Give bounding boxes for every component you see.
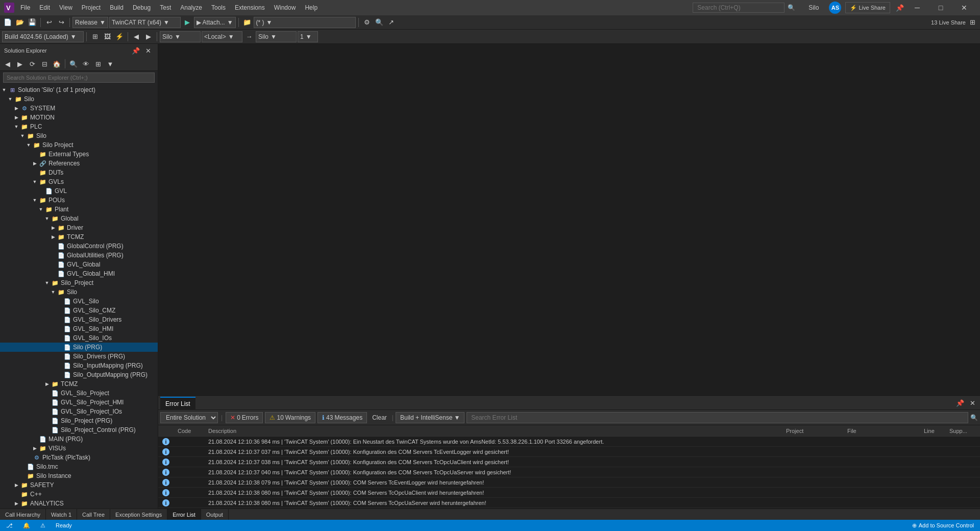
forward-btn[interactable]: ▶ xyxy=(14,58,26,69)
tree-item-siloProject[interactable]: ▼📁Silo Project xyxy=(0,140,158,150)
expand-motion[interactable]: ▶ xyxy=(12,113,20,122)
tree-item-global[interactable]: ▼📁Global xyxy=(0,214,158,223)
panel-close-btn[interactable]: ✕ xyxy=(967,398,978,409)
tree-item-tcmz2[interactable]: ▶📁TCMZ xyxy=(0,379,158,389)
folder-btn[interactable]: 📁 xyxy=(241,17,253,28)
tree-item-tcmz[interactable]: ▶📁TCMZ xyxy=(0,232,158,242)
tree-item-globalUtilities[interactable]: 📄GlobalUtilities (PRG) xyxy=(0,251,158,260)
menu-debug[interactable]: Debug xyxy=(129,3,155,12)
live-share-toolbar[interactable]: 13 Live Share xyxy=(931,19,966,26)
tree-item-siloPlc[interactable]: ▼📁Silo xyxy=(0,131,158,140)
tb2-btn4[interactable]: ◀ xyxy=(131,31,142,42)
tb2-btn2[interactable]: 🖼 xyxy=(102,31,113,42)
tree-item-references[interactable]: ▶🔗References xyxy=(0,159,158,168)
tree-item-siloInstance[interactable]: 📁Silo Instance xyxy=(0,471,158,480)
tree-item-plcTask[interactable]: ⚙PlcTask (PlcTask) xyxy=(0,453,158,462)
tree-item-cpp[interactable]: 📁C++ xyxy=(0,490,158,499)
table-row[interactable]: i21.08.2024 12:10:38 080 ms | 'TwinCAT S… xyxy=(158,488,980,498)
errors-button[interactable]: ✕ 0 Errors xyxy=(226,412,263,423)
menu-edit[interactable]: Edit xyxy=(35,3,54,12)
tree-item-gvlSiloDrivers[interactable]: 📄GVL_Silo_Drivers xyxy=(0,315,158,324)
tree-item-gvlSiloProject[interactable]: 📄GVL_Silo_Project xyxy=(0,389,158,398)
panel-pin-btn[interactable]: 📌 xyxy=(954,398,966,409)
expand-siloProjectPou[interactable]: ▼ xyxy=(43,279,51,287)
tree-item-gvlSiloIos[interactable]: 📄GVL_Silo_IOs xyxy=(0,333,158,343)
tree-item-siloProjectPou[interactable]: ▼📁Silo_Project xyxy=(0,278,158,287)
expand-visus[interactable]: ▶ xyxy=(31,444,39,452)
sidebar-pin-btn[interactable]: 📌 xyxy=(130,45,141,56)
menu-tools[interactable]: Tools xyxy=(207,3,230,12)
layout-btn[interactable]: ⊞ xyxy=(967,17,978,28)
expand-system[interactable]: ▶ xyxy=(12,104,20,112)
expand-global[interactable]: ▼ xyxy=(43,214,51,223)
build-dropdown[interactable]: Build 4024.56 (Loaded) ▼ xyxy=(2,31,84,42)
bell-icon-status[interactable]: 🔔 xyxy=(21,522,32,529)
tb2-btn3[interactable]: ⚡ xyxy=(114,31,125,42)
tree-item-mainPrg[interactable]: 📄MAIN (PRG) xyxy=(0,435,158,444)
expand-tcmz[interactable]: ▶ xyxy=(49,233,57,241)
nav-error-list[interactable]: Error List xyxy=(167,509,201,520)
tree-item-system[interactable]: ▶⚙SYSTEM xyxy=(0,104,158,113)
source-control-btn[interactable]: ⊕ Add to Source Control xyxy=(910,522,976,529)
tree-item-gvlSiloCmz[interactable]: 📄GVL_Silo_CMZ xyxy=(0,306,158,315)
menu-project[interactable]: Project xyxy=(78,3,105,12)
expand-safety[interactable]: ▶ xyxy=(12,481,20,489)
open-btn[interactable]: 📂 xyxy=(14,17,26,28)
tree-item-gvlSiloHmi[interactable]: 📄GVL_Silo_HMI xyxy=(0,324,158,333)
tree-item-duts[interactable]: 📁DUTs xyxy=(0,168,158,177)
live-share-button[interactable]: ⚡ Live Share xyxy=(845,2,890,13)
tree-item-gvlGlobalHmi[interactable]: 📄GVL_Global_HMI xyxy=(0,269,158,278)
tree-item-siloDrivers[interactable]: 📄Silo_Drivers (PRG) xyxy=(0,352,158,361)
menu-window[interactable]: Window xyxy=(270,3,300,12)
expand-tcmz2[interactable]: ▶ xyxy=(43,380,51,388)
dock-btn[interactable]: ⊞ xyxy=(92,58,104,69)
table-row[interactable]: i21.08.2024 12:10:38 080 ms | 'TwinCAT S… xyxy=(158,498,980,508)
tree-item-solution[interactable]: ▼⊞Solution 'Silo' (1 of 1 project) xyxy=(0,85,158,94)
error-search-input[interactable] xyxy=(467,412,968,423)
tree-item-analytics[interactable]: ▶📁ANALYTICS xyxy=(0,499,158,508)
tree-item-siloTmc[interactable]: 📄Silo.tmc xyxy=(0,462,158,471)
tree-item-globalControl[interactable]: 📄GlobalControl (PRG) xyxy=(0,242,158,251)
num-dropdown[interactable]: 1 ▼ xyxy=(298,31,318,42)
tree-item-gvlSilo[interactable]: 📄GVL_Silo xyxy=(0,297,158,306)
tb2-arrow-btn[interactable]: → xyxy=(243,31,255,42)
tree-item-siloProjectPrg[interactable]: 📄Silo_Project (PRG) xyxy=(0,416,158,425)
tree-item-pous[interactable]: ▼📁POUs xyxy=(0,196,158,205)
tree-item-gvlGlobal[interactable]: 📄GVL_Global xyxy=(0,260,158,269)
clear-button[interactable]: Clear xyxy=(369,412,390,423)
solution-search-input[interactable] xyxy=(3,73,155,83)
tree-item-plc[interactable]: ▼📁PLC xyxy=(0,122,158,131)
tree-item-siloPou[interactable]: ▼📁Silo xyxy=(0,287,158,297)
expand-plant[interactable]: ▼ xyxy=(37,205,45,213)
scope-select[interactable]: Entire Solution xyxy=(160,412,218,423)
settings-btn[interactable]: ⚙ xyxy=(361,17,373,28)
expand-solution[interactable]: ▼ xyxy=(0,86,8,94)
release-dropdown[interactable]: Release ▼ xyxy=(72,17,108,28)
tree-item-silo[interactable]: ▼📁Silo xyxy=(0,94,158,104)
tree-item-siloOutputMapping[interactable]: 📄Silo_OutputMapping (PRG) xyxy=(0,370,158,379)
expand-siloPlc[interactable]: ▼ xyxy=(18,132,27,140)
expand-analytics[interactable]: ▶ xyxy=(12,499,20,508)
nav-call-tree[interactable]: Call Tree xyxy=(77,509,110,520)
save-btn[interactable]: 💾 xyxy=(27,17,38,28)
table-row[interactable]: i21.08.2024 12:10:37 038 ms | 'TwinCAT S… xyxy=(158,457,980,467)
table-row[interactable]: i21.08.2024 12:10:38 079 ms | 'TwinCAT S… xyxy=(158,477,980,488)
search-btn[interactable]: 🔍 xyxy=(374,17,385,28)
play-btn[interactable]: ▶ xyxy=(182,17,193,28)
tb2-btn1[interactable]: ⊞ xyxy=(89,31,101,42)
new-btn[interactable]: 📄 xyxy=(2,17,13,28)
expand-siloPou[interactable]: ▼ xyxy=(49,288,57,296)
tb2-btn5[interactable]: ▶ xyxy=(143,31,154,42)
minimize-button[interactable]: ─ xyxy=(905,0,929,15)
attach-dropdown[interactable]: ▶ Attach... ▼ xyxy=(194,17,236,28)
filter-btn[interactable]: 🔍 xyxy=(68,58,79,69)
silo-dropdown[interactable]: Silo ▼ xyxy=(160,31,201,42)
expand-plc[interactable]: ▼ xyxy=(12,123,20,131)
expand-pous[interactable]: ▼ xyxy=(31,196,39,204)
maximize-button[interactable]: □ xyxy=(929,0,952,15)
tree-item-externalTypes[interactable]: 📁External Types xyxy=(0,150,158,159)
tree-item-gvlSiloProjectHmi[interactable]: 📄GVL_Silo_Project_HMI xyxy=(0,398,158,407)
expand-references[interactable]: ▶ xyxy=(31,159,39,167)
tree-item-siloProjectControl[interactable]: 📄Silo_Project_Control (PRG) xyxy=(0,425,158,435)
menu-build[interactable]: Build xyxy=(106,3,128,12)
